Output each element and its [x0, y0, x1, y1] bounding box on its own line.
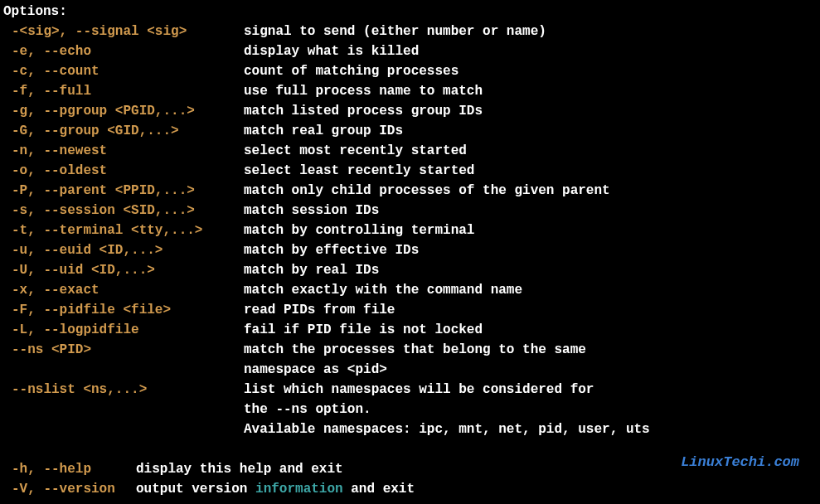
- option-row: -U, --uid <ID,...>match by real IDs: [3, 260, 817, 280]
- option-description: select least recently started: [244, 161, 817, 181]
- footer-description: output version information and exit: [136, 479, 817, 499]
- option-description: list which namespaces will be considered…: [244, 380, 817, 400]
- footer-row: -V, --versionoutput version information …: [3, 479, 817, 499]
- option-flag: -G, --group <GID,...>: [3, 121, 244, 141]
- option-flag: -n, --newest: [3, 141, 244, 161]
- option-description: namespace as <pid>: [244, 360, 817, 380]
- option-row: -L, --logpidfilefail if PID file is not …: [3, 320, 817, 340]
- highlighted-word: information: [255, 482, 343, 497]
- option-row: -n, --newestselect most recently started: [3, 141, 817, 161]
- option-flag: -f, --full: [3, 81, 244, 101]
- option-row: -c, --countcount of matching processes: [3, 61, 817, 81]
- option-description: signal to send (either number or name): [244, 22, 817, 41]
- option-description: use full process name to match: [244, 81, 817, 101]
- option-row: -o, --oldestselect least recently starte…: [3, 161, 817, 181]
- option-flag: -F, --pidfile <file>: [3, 300, 244, 320]
- option-row: -g, --pgroup <PGID,...>match listed proc…: [3, 101, 817, 121]
- option-flag: -<sig>, --signal <sig>: [3, 22, 244, 41]
- option-description: match exactly with the command name: [244, 280, 817, 300]
- option-description: select most recently started: [244, 141, 817, 161]
- option-flag: [3, 419, 244, 439]
- option-row: -P, --parent <PPID,...>match only child …: [3, 181, 817, 201]
- option-row: -x, --exactmatch exactly with the comman…: [3, 280, 817, 300]
- options-header: Options:: [3, 2, 817, 22]
- option-flag: --nslist <ns,...>: [3, 380, 244, 400]
- option-row: namespace as <pid>: [3, 360, 817, 380]
- footer-flag: -V, --version: [3, 479, 136, 499]
- option-row: -f, --fulluse full process name to match: [3, 81, 817, 101]
- option-flag: -u, --euid <ID,...>: [3, 240, 244, 260]
- option-description: fail if PID file is not locked: [244, 320, 817, 340]
- option-row: -t, --terminal <tty,...>match by control…: [3, 220, 817, 240]
- option-flag: -t, --terminal <tty,...>: [3, 220, 244, 240]
- option-flag: -e, --echo: [3, 41, 244, 61]
- option-flag: -o, --oldest: [3, 161, 244, 181]
- option-flag: -c, --count: [3, 61, 244, 81]
- option-description: match listed process group IDs: [244, 101, 817, 121]
- option-row: -F, --pidfile <file> read PIDs from file: [3, 300, 817, 320]
- option-description: match by real IDs: [244, 260, 817, 280]
- option-row: -e, --echodisplay what is killed: [3, 41, 817, 61]
- watermark: LinuxTechi.com: [681, 452, 799, 473]
- option-description: read PIDs from file: [244, 300, 817, 320]
- option-description: count of matching processes: [244, 61, 817, 81]
- option-row: Available namespaces: ipc, mnt, net, pid…: [3, 419, 817, 439]
- option-flag: [3, 400, 244, 419]
- option-flag: --ns <PID>: [3, 340, 244, 360]
- option-row: -s, --session <SID,...>match session IDs: [3, 201, 817, 220]
- option-flag: -g, --pgroup <PGID,...>: [3, 101, 244, 121]
- option-description: the --ns option.: [244, 400, 817, 419]
- option-row: -u, --euid <ID,...>match by effective ID…: [3, 240, 817, 260]
- option-row: -G, --group <GID,...>match real group ID…: [3, 121, 817, 141]
- option-description: match by effective IDs: [244, 240, 817, 260]
- option-flag: -s, --session <SID,...>: [3, 201, 244, 220]
- option-row: --ns <PID>match the processes that belon…: [3, 340, 817, 360]
- option-row: -<sig>, --signal <sig>signal to send (ei…: [3, 22, 817, 41]
- option-description: match real group IDs: [244, 121, 817, 141]
- option-flag: -L, --logpidfile: [3, 320, 244, 340]
- footer-flag: -h, --help: [3, 459, 136, 479]
- option-flag: [3, 360, 244, 380]
- option-description: display what is killed: [244, 41, 817, 61]
- option-description: match by controlling terminal: [244, 220, 817, 240]
- option-row: the --ns option.: [3, 400, 817, 419]
- option-flag: -P, --parent <PPID,...>: [3, 181, 244, 201]
- option-flag: -x, --exact: [3, 280, 244, 300]
- terminal-output: Options: -<sig>, --signal <sig>signal to…: [3, 2, 817, 499]
- option-description: match the processes that belong to the s…: [244, 340, 817, 360]
- option-description: Available namespaces: ipc, mnt, net, pid…: [244, 419, 817, 439]
- options-list: -<sig>, --signal <sig>signal to send (ei…: [3, 22, 817, 439]
- option-flag: -U, --uid <ID,...>: [3, 260, 244, 280]
- option-description: match only child processes of the given …: [244, 181, 817, 201]
- option-row: --nslist <ns,...>list which namespaces w…: [3, 380, 817, 400]
- option-description: match session IDs: [244, 201, 817, 220]
